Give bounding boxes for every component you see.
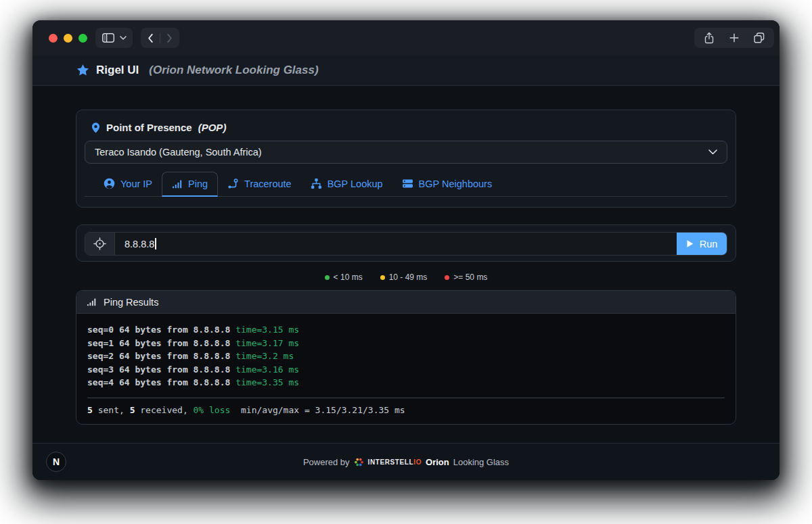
- run-button-label: Run: [700, 239, 718, 249]
- back-button[interactable]: [147, 33, 154, 43]
- tab-bgp-lookup[interactable]: BGP Lookup: [301, 172, 392, 196]
- nav-buttons: [141, 28, 179, 48]
- tab-your-ip[interactable]: Your IP: [94, 172, 162, 196]
- n-logo[interactable]: N: [46, 452, 66, 472]
- browser-window: Rigel UI (Orion Network Looking Glass) P…: [32, 20, 780, 480]
- orion-wordmark: Orion: [426, 457, 449, 467]
- pop-label-text: Point of Presence: [106, 122, 192, 133]
- person-circle-icon: [104, 178, 115, 189]
- play-icon: [686, 239, 694, 248]
- ping-line: seq=4 64 bytes from 8.8.8.8 time=3.35 ms: [87, 376, 725, 389]
- location-pin-icon: [91, 122, 100, 133]
- latency-legend: < 10 ms 10 - 49 ms >= 50 ms: [76, 272, 736, 283]
- legend-label: 10 - 49 ms: [389, 272, 428, 282]
- tab-label: BGP Lookup: [328, 178, 383, 189]
- run-button[interactable]: Run: [677, 233, 727, 255]
- query-card: 8.8.8.8 Run: [76, 224, 736, 262]
- nav-separator: [160, 33, 160, 43]
- pop-label-suffix: (POP): [198, 122, 227, 133]
- sidebar-toggle-button[interactable]: [95, 28, 133, 48]
- text-caret: [155, 238, 156, 249]
- chevron-down-icon: [120, 36, 127, 40]
- tab-label: Traceroute: [244, 178, 292, 189]
- new-tab-button[interactable]: [729, 32, 740, 43]
- crosshair-icon: [85, 233, 115, 255]
- legend-label: < 10 ms: [334, 272, 363, 282]
- legend-item-medium: 10 - 49 ms: [380, 272, 428, 282]
- chevron-down-icon: [708, 149, 717, 155]
- ping-line: seq=2 64 bytes from 8.8.8.8 time=3.2 ms: [87, 350, 725, 363]
- ping-line: seq=1 64 bytes from 8.8.8.8 time=3.17 ms: [87, 337, 725, 350]
- results-title: Ping Results: [104, 297, 158, 308]
- forward-button[interactable]: [166, 33, 173, 43]
- server-stack-icon: [402, 178, 413, 189]
- legend-item-fast: < 10 ms: [325, 272, 363, 282]
- pop-select[interactable]: Teraco Isando (Gauteng, South Africa): [85, 141, 727, 164]
- route-icon: [227, 178, 239, 189]
- tab-ping[interactable]: Ping: [162, 172, 218, 197]
- powered-by: Powered by INTERSTELLIO Orion Looking Gl…: [32, 457, 780, 467]
- signal-bars-icon: [87, 297, 97, 307]
- tab-traceroute[interactable]: Traceroute: [218, 172, 301, 196]
- pop-label: Point of Presence (POP): [91, 122, 727, 133]
- query-input[interactable]: 8.8.8.8: [115, 233, 677, 255]
- tab-label: Your IP: [120, 178, 152, 189]
- ping-results-card: Ping Results seq=0 64 bytes from 8.8.8.8…: [76, 290, 736, 425]
- browser-toolbar: [32, 20, 780, 55]
- traffic-lights: [49, 34, 87, 43]
- share-button[interactable]: [703, 32, 715, 45]
- ping-line: seq=0 64 bytes from 8.8.8.8 time=3.15 ms: [87, 323, 725, 337]
- zoom-button[interactable]: [78, 34, 87, 43]
- pop-card: Point of Presence (POP) Teraco Isando (G…: [76, 110, 736, 208]
- tab-label: Ping: [188, 178, 208, 189]
- query-value: 8.8.8.8: [125, 239, 154, 249]
- looking-glass-text: Looking Glass: [453, 457, 509, 467]
- powered-by-text: Powered by: [303, 457, 350, 467]
- legend-item-slow: >= 50 ms: [445, 272, 487, 282]
- site-header: Rigel UI (Orion Network Looking Glass): [32, 55, 780, 86]
- signal-bars-icon: [172, 178, 183, 189]
- tab-label: BGP Neighbours: [419, 178, 493, 189]
- pop-selected-option: Teraco Isando (Gauteng, South Africa): [95, 147, 262, 158]
- site-footer: N Powered by INTERSTELLIO Orion Looking …: [32, 443, 780, 480]
- red-dot-icon: [445, 275, 449, 280]
- star-icon: [76, 64, 90, 78]
- legend-label: >= 50 ms: [453, 272, 487, 282]
- tab-overview-button[interactable]: [753, 32, 765, 44]
- n-logo-letter: N: [53, 456, 60, 467]
- page-body: Point of Presence (POP) Teraco Isando (G…: [32, 86, 780, 443]
- terminal-divider: [87, 398, 725, 398]
- yellow-dot-icon: [380, 275, 385, 280]
- page-title: Rigel UI: [96, 64, 139, 77]
- green-dot-icon: [325, 275, 330, 280]
- ping-line: seq=3 64 bytes from 8.8.8.8 time=3.16 ms: [87, 363, 725, 377]
- ping-summary: 5 sent, 5 received, 0% loss min/avg/max …: [87, 404, 725, 417]
- tab-bgp-neighbours[interactable]: BGP Neighbours: [392, 172, 502, 196]
- tool-tabs: Your IP Ping Traceroute: [85, 172, 727, 197]
- interstellio-logo-icon: [354, 457, 364, 467]
- interstellio-wordmark: INTERSTELLIO: [368, 458, 422, 466]
- network-nodes-icon: [311, 178, 322, 189]
- toolbar-right-actions: [694, 28, 774, 48]
- ping-output-terminal: seq=0 64 bytes from 8.8.8.8 time=3.15 ms…: [76, 314, 736, 424]
- close-button[interactable]: [49, 34, 58, 43]
- sidebar-icon: [102, 32, 115, 43]
- query-input-group: 8.8.8.8 Run: [85, 232, 727, 256]
- page-subtitle: (Orion Network Looking Glass): [149, 64, 318, 77]
- minimize-button[interactable]: [64, 34, 72, 43]
- ping-results-header: Ping Results: [76, 291, 736, 314]
